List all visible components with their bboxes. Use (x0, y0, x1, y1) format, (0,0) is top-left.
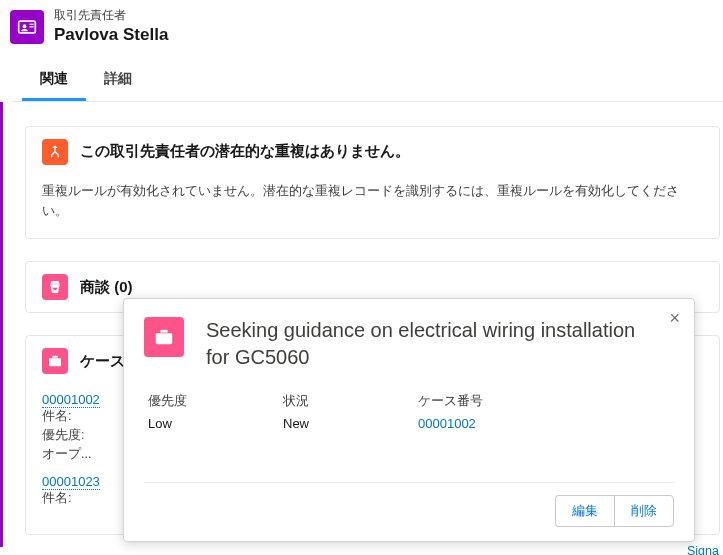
delete-button[interactable]: 削除 (614, 495, 674, 527)
record-name: Pavlova Stella (54, 24, 168, 46)
tab-related[interactable]: 関連 (22, 60, 86, 101)
field-label: ケース番号 (418, 393, 553, 410)
field-label: 状況 (283, 393, 418, 410)
svg-point-1 (23, 24, 27, 28)
svg-rect-3 (30, 26, 34, 27)
record-header: 取引先責任者 Pavlova Stella (0, 0, 723, 60)
case-title: ケース (80, 352, 125, 371)
duplicate-description: 重複ルールが有効化されていません。潜在的な重複レコードを識別するには、重複ルール… (42, 181, 703, 223)
popover-title: Seeking guidance on electrical wiring in… (206, 317, 636, 371)
svg-rect-2 (30, 24, 34, 25)
opportunity-icon (42, 274, 68, 300)
contact-icon (10, 10, 44, 44)
case-number-link[interactable]: 00001002 (42, 392, 100, 408)
duplicate-card: この取引先責任者の潜在的な重複はありません。 重複ルールが有効化されていません。… (25, 126, 720, 240)
object-label: 取引先責任者 (54, 8, 168, 24)
field-label: 優先度 (148, 393, 283, 410)
close-icon[interactable]: × (665, 307, 684, 329)
field-value: New (283, 416, 418, 431)
case-icon (144, 317, 184, 357)
field-status: 状況 New (283, 393, 418, 431)
edit-button[interactable]: 編集 (555, 495, 614, 527)
tab-detail[interactable]: 詳細 (86, 60, 150, 101)
case-number-link[interactable]: 00001002 (418, 416, 553, 431)
case-preview-popover: × Seeking guidance on electrical wiring … (123, 298, 695, 542)
tab-bar: 関連 詳細 (12, 60, 723, 102)
right-column-partial: Signa Medi 2024, (687, 542, 723, 555)
duplicate-title: この取引先責任者の潜在的な重複はありません。 (80, 142, 410, 161)
merge-icon (42, 139, 68, 165)
case-number-link[interactable]: 00001023 (42, 474, 100, 490)
case-icon (42, 348, 68, 374)
field-value: Low (148, 416, 283, 431)
field-case-number: ケース番号 00001002 (418, 393, 553, 431)
opportunity-title: 商談 (0) (80, 278, 133, 297)
field-priority: 優先度 Low (148, 393, 283, 431)
partial-link[interactable]: Signa (687, 542, 723, 555)
